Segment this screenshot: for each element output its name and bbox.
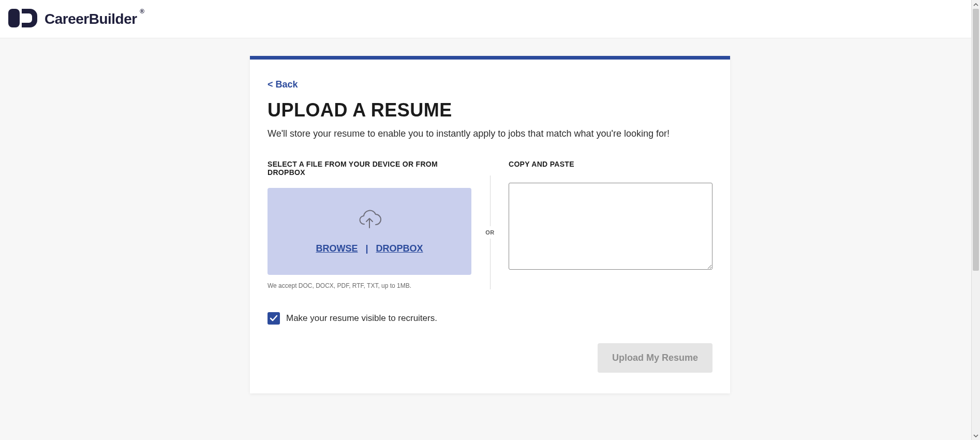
dropbox-link[interactable]: DROPBOX [371, 243, 428, 254]
upload-card: < Back UPLOAD A RESUME We'll store your … [250, 56, 730, 393]
brand-mark-icon [8, 9, 37, 30]
paste-column: COPY AND PASTE [509, 160, 712, 289]
actions-row: Upload My Resume [268, 343, 712, 373]
page-description: We'll store your resume to enable you to… [268, 128, 712, 139]
select-file-label: SELECT A FILE FROM YOUR DEVICE OR FROM D… [268, 160, 471, 177]
svg-rect-0 [8, 9, 20, 27]
scroll-down-button[interactable] [972, 431, 980, 440]
brand-logo[interactable]: CareerBuilder ® [8, 9, 137, 30]
scrollbar-thumb[interactable] [973, 9, 979, 271]
chevron-up-icon [973, 2, 978, 7]
visibility-label: Make your resume visible to recruiters. [286, 313, 437, 324]
page-title: UPLOAD A RESUME [268, 99, 712, 121]
brand-name-text: CareerBuilder [44, 11, 137, 27]
link-divider: | [365, 243, 368, 254]
or-label: OR [483, 226, 497, 239]
upload-resume-button[interactable]: Upload My Resume [598, 343, 712, 373]
paste-textarea[interactable] [509, 183, 712, 270]
page-body: < Back UPLOAD A RESUME We'll store your … [0, 38, 980, 424]
scrollbar-track[interactable] [972, 9, 980, 431]
dropzone-links: BROWSE | DROPBOX [310, 243, 428, 254]
back-link[interactable]: < Back [268, 79, 298, 90]
chevron-down-icon [973, 433, 978, 438]
browse-link[interactable]: BROWSE [310, 243, 363, 254]
vertical-scrollbar[interactable] [971, 0, 980, 440]
cloud-upload-icon [357, 209, 382, 232]
file-upload-column: SELECT A FILE FROM YOUR DEVICE OR FROM D… [268, 160, 471, 289]
brand-name: CareerBuilder ® [44, 11, 137, 27]
scroll-up-button[interactable] [972, 0, 980, 9]
file-format-hint: We accept DOC, DOCX, PDF, RTF, TXT, up t… [268, 282, 471, 289]
column-separator: OR [481, 160, 499, 289]
upload-columns: SELECT A FILE FROM YOUR DEVICE OR FROM D… [268, 160, 712, 289]
registered-symbol: ® [140, 8, 144, 15]
header: CareerBuilder ® [0, 0, 980, 38]
check-icon [270, 314, 278, 322]
copy-paste-label: COPY AND PASTE [509, 160, 712, 171]
file-dropzone[interactable]: BROWSE | DROPBOX [268, 188, 471, 275]
visibility-row: Make your resume visible to recruiters. [268, 312, 712, 325]
visibility-checkbox[interactable] [268, 312, 280, 325]
